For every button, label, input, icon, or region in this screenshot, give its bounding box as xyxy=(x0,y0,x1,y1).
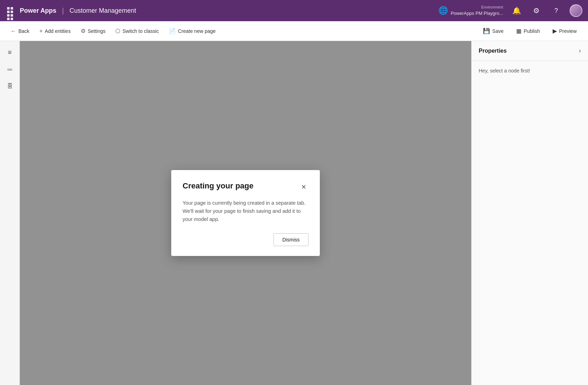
save-label: Save xyxy=(492,28,503,34)
left-sidebar: ≡ ≔ 🗄 xyxy=(0,41,20,385)
preview-button[interactable]: ▶ Preview xyxy=(547,25,582,37)
notifications-button[interactable]: 🔔 xyxy=(510,4,523,17)
sidebar-menu-button[interactable]: ≡ xyxy=(3,45,17,59)
create-new-page-label: Create new page xyxy=(178,28,216,34)
nav-right: 🌐 Environment PowerApps PM Playgro... 🔔 … xyxy=(438,4,582,17)
add-entities-label: Add entities xyxy=(45,28,70,34)
page-icon: 📄 xyxy=(169,28,176,34)
help-icon: ? xyxy=(554,7,558,14)
add-entities-button[interactable]: + Add entities xyxy=(34,25,76,37)
environment-name: PowerApps PM Playgro... xyxy=(451,10,503,17)
right-panel-header: Properties › xyxy=(472,41,588,61)
canvas-area: Creating your page ✕ Your page is curren… xyxy=(20,41,471,385)
switch-icon: ⬡ xyxy=(115,28,120,34)
back-button[interactable]: ← Back xyxy=(6,25,34,37)
dismiss-button[interactable]: Dismiss xyxy=(273,233,309,246)
page-title: Customer Management xyxy=(70,7,136,14)
title-divider: | xyxy=(62,7,64,15)
save-icon: 💾 xyxy=(483,28,490,34)
modal-header: Creating your page ✕ xyxy=(183,181,309,192)
grid-icon[interactable] xyxy=(6,6,16,16)
create-new-page-button[interactable]: 📄 Create new page xyxy=(164,25,221,37)
save-button[interactable]: 💾 Save xyxy=(477,25,509,37)
preview-label: Preview xyxy=(559,28,577,34)
help-button[interactable]: ? xyxy=(550,4,563,17)
bell-icon: 🔔 xyxy=(512,6,521,15)
settings-label: Settings xyxy=(88,28,106,34)
panel-collapse-button[interactable]: › xyxy=(579,47,581,54)
environment-text: Environment PowerApps PM Playgro... xyxy=(451,5,503,17)
list-icon: ≔ xyxy=(7,66,13,73)
publish-icon: ▦ xyxy=(516,28,521,34)
modal-title: Creating your page xyxy=(183,181,253,191)
modal-footer: Dismiss xyxy=(183,233,309,246)
db-icon: 🗄 xyxy=(7,83,13,89)
right-panel: Properties › Hey, select a node first! xyxy=(471,41,588,385)
preview-icon: ▶ xyxy=(553,28,557,34)
modal-overlay: Creating your page ✕ Your page is curren… xyxy=(20,41,471,385)
settings-toolbar-button[interactable]: ⚙ Settings xyxy=(76,25,111,37)
top-nav: Power Apps | Customer Management 🌐 Envir… xyxy=(0,0,588,21)
back-icon: ← xyxy=(11,28,16,34)
main-area: ≡ ≔ 🗄 Creating your page ✕ Your page is … xyxy=(0,41,588,385)
modal-body: Your page is currently being created in … xyxy=(183,199,309,224)
sidebar-db-button[interactable]: 🗄 xyxy=(3,79,17,93)
settings-button[interactable]: ⚙ xyxy=(530,4,543,17)
publish-label: Publish xyxy=(524,28,540,34)
toolbar-right: 💾 Save ▦ Publish ▶ Preview xyxy=(477,25,582,37)
sidebar-list-button[interactable]: ≔ xyxy=(3,62,17,76)
environment-label: Environment xyxy=(451,5,503,10)
back-label: Back xyxy=(18,28,29,34)
settings-icon: ⚙ xyxy=(81,28,86,34)
switch-to-classic-button[interactable]: ⬡ Switch to classic xyxy=(110,25,164,37)
environment-info: 🌐 Environment PowerApps PM Playgro... xyxy=(438,5,503,17)
properties-hint: Hey, select a node first! xyxy=(472,61,588,81)
publish-button[interactable]: ▦ Publish xyxy=(511,25,546,37)
close-icon: ✕ xyxy=(301,183,306,191)
properties-title: Properties xyxy=(479,48,507,54)
avatar[interactable] xyxy=(570,4,582,17)
globe-icon: 🌐 xyxy=(438,6,448,15)
app-title: Power Apps xyxy=(20,7,56,14)
switch-to-classic-label: Switch to classic xyxy=(122,28,159,34)
creating-page-dialog: Creating your page ✕ Your page is curren… xyxy=(171,170,320,256)
properties-hint-text: Hey, select a node first! xyxy=(479,68,530,74)
modal-close-button[interactable]: ✕ xyxy=(299,182,309,192)
add-icon: + xyxy=(39,28,42,34)
gear-icon: ⚙ xyxy=(533,6,540,15)
toolbar: ← Back + Add entities ⚙ Settings ⬡ Switc… xyxy=(0,21,588,41)
menu-icon: ≡ xyxy=(8,49,12,56)
